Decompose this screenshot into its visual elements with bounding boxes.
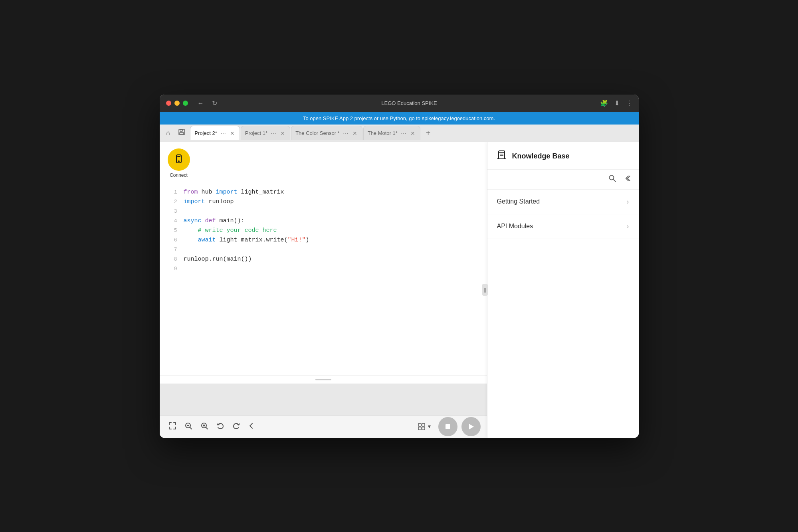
fullscreen-button[interactable] xyxy=(166,419,179,434)
code-text-2: import runloop xyxy=(184,197,234,207)
line-num-8: 8 xyxy=(166,255,177,264)
code-line-8: 8 runloop.run(main()) xyxy=(166,255,481,264)
tab-color-sensor[interactable]: The Color Sensor * ⋯ ✕ xyxy=(291,126,362,140)
svg-marker-18 xyxy=(469,424,474,429)
titlebar-actions: 🧩 ⬇ ⋮ xyxy=(600,99,632,107)
resize-handle[interactable] xyxy=(160,375,487,384)
line-num-1: 1 xyxy=(166,188,177,197)
kb-item-api-modules[interactable]: API Modules › xyxy=(487,214,639,239)
line-num-9: 9 xyxy=(166,265,177,273)
svg-line-8 xyxy=(190,427,192,429)
home-button[interactable]: ⌂ xyxy=(163,127,174,139)
svg-rect-1 xyxy=(180,129,182,131)
code-line-2: 2 import runloop xyxy=(166,197,481,207)
tab-project1[interactable]: Project 1* ⋯ ✕ xyxy=(241,126,290,140)
code-line-6: 6 await light_matrix.write("Hi!") xyxy=(166,235,481,245)
knowledge-base-panel: Knowledge Base xyxy=(487,142,639,438)
save-button[interactable] xyxy=(175,127,188,139)
tab-close-color-sensor[interactable]: ✕ xyxy=(352,130,358,136)
code-text-7 xyxy=(184,245,187,255)
panel-toggle-button[interactable]: ‖ xyxy=(482,284,488,296)
grid-view-button[interactable]: ▼ xyxy=(415,420,434,433)
code-line-1: 1 from hub import light_matrix xyxy=(166,188,481,197)
kb-title: Knowledge Base xyxy=(512,152,570,160)
connect-button[interactable] xyxy=(168,148,190,171)
stop-button[interactable] xyxy=(438,417,457,436)
code-line-9: 9 xyxy=(166,264,481,274)
editor-pane: Connect 1 from hub import light_matrix 2 xyxy=(160,142,487,438)
puzzle-button[interactable]: 🧩 xyxy=(600,99,608,107)
back-button[interactable]: ← xyxy=(196,98,206,109)
editor-header: Connect xyxy=(160,142,487,184)
code-line-7: 7 xyxy=(166,245,481,255)
tab-menu-color-sensor[interactable]: ⋯ xyxy=(342,130,349,136)
kb-item-arrow-api-modules: › xyxy=(627,222,629,231)
tab-close-project2[interactable]: ✕ xyxy=(229,130,236,136)
kb-item-label-getting-started: Getting Started xyxy=(497,198,540,205)
undo-button[interactable] xyxy=(214,419,227,434)
tab-label-project1: Project 1* xyxy=(245,130,267,136)
tab-menu-project1[interactable]: ⋯ xyxy=(270,130,277,136)
code-text-4: async def main(): xyxy=(184,216,245,226)
titlebar: ← ↻ LEGO Education SPIKE 🧩 ⬇ ⋮ xyxy=(160,95,639,112)
svg-rect-17 xyxy=(446,424,450,429)
kb-panel-wrapper: ‖ Knowledge Base xyxy=(487,142,639,438)
code-line-5: 5 # write your code here xyxy=(166,226,481,235)
svg-rect-2 xyxy=(180,133,184,134)
tab-close-project1[interactable]: ✕ xyxy=(279,130,286,136)
close-window-button[interactable] xyxy=(166,101,171,106)
zoom-out-button[interactable] xyxy=(182,419,195,434)
toolbar-right: ▼ xyxy=(415,417,481,436)
collapse-button[interactable] xyxy=(246,419,257,434)
tab-menu-motor1[interactable]: ⋯ xyxy=(400,130,407,136)
tab-close-motor1[interactable]: ✕ xyxy=(410,130,416,136)
main-content: Connect 1 from hub import light_matrix 2 xyxy=(160,142,639,438)
kb-search-button[interactable] xyxy=(607,173,618,186)
resize-indicator xyxy=(315,379,331,380)
kb-header: Knowledge Base xyxy=(487,142,639,170)
svg-point-4 xyxy=(178,160,180,162)
tab-project2[interactable]: Project 2* ⋯ ✕ xyxy=(190,126,240,140)
line-num-3: 3 xyxy=(166,208,177,216)
traffic-lights xyxy=(166,101,188,106)
kb-item-label-api-modules: API Modules xyxy=(497,223,533,230)
minimize-window-button[interactable] xyxy=(174,101,180,106)
line-num-6: 6 xyxy=(166,236,177,245)
svg-rect-13 xyxy=(418,423,421,426)
line-num-2: 2 xyxy=(166,198,177,206)
bottom-toolbar: ▼ xyxy=(160,415,487,438)
code-text-3 xyxy=(184,207,187,216)
add-tab-button[interactable]: + xyxy=(423,127,434,139)
line-num-4: 4 xyxy=(166,217,177,225)
svg-rect-15 xyxy=(418,427,421,430)
maximize-window-button[interactable] xyxy=(183,101,188,106)
svg-rect-19 xyxy=(499,151,505,159)
zoom-in-button[interactable] xyxy=(198,419,211,434)
reload-button[interactable]: ↻ xyxy=(210,98,219,109)
code-line-4: 4 async def main(): xyxy=(166,216,481,226)
play-button[interactable] xyxy=(461,417,481,436)
code-text-8: runloop.run(main()) xyxy=(184,255,252,264)
redo-button[interactable] xyxy=(230,419,243,434)
window-title: LEGO Education SPIKE xyxy=(219,100,600,106)
code-text-1: from hub import light_matrix xyxy=(184,188,284,197)
download-button[interactable]: ⬇ xyxy=(614,99,620,107)
code-editor[interactable]: 1 from hub import light_matrix 2 import … xyxy=(160,184,487,375)
code-text-5: # write your code here xyxy=(184,226,277,235)
svg-line-24 xyxy=(613,179,616,182)
kb-item-getting-started[interactable]: Getting Started › xyxy=(487,190,639,214)
connect-label: Connect xyxy=(170,172,188,178)
tab-motor1[interactable]: The Motor 1* ⋯ ✕ xyxy=(363,126,420,140)
tab-menu-project2[interactable]: ⋯ xyxy=(220,130,227,136)
editor-bottom-area xyxy=(160,384,487,415)
info-bar: To open SPIKE App 2 projects or use Pyth… xyxy=(160,112,639,125)
code-text-9 xyxy=(184,264,187,274)
menu-button[interactable]: ⋮ xyxy=(626,99,632,107)
kb-collapse-button[interactable] xyxy=(621,173,632,186)
tab-label-color-sensor: The Color Sensor * xyxy=(295,130,340,136)
svg-line-12 xyxy=(206,427,208,429)
grid-dropdown-arrow: ▼ xyxy=(427,424,432,429)
app-window: ← ↻ LEGO Education SPIKE 🧩 ⬇ ⋮ To open S… xyxy=(160,95,639,438)
svg-rect-16 xyxy=(422,427,425,430)
tabs-bar: ⌂ Project 2* ⋯ ✕ Project 1* ⋯ ✕ The Colo… xyxy=(160,125,639,142)
